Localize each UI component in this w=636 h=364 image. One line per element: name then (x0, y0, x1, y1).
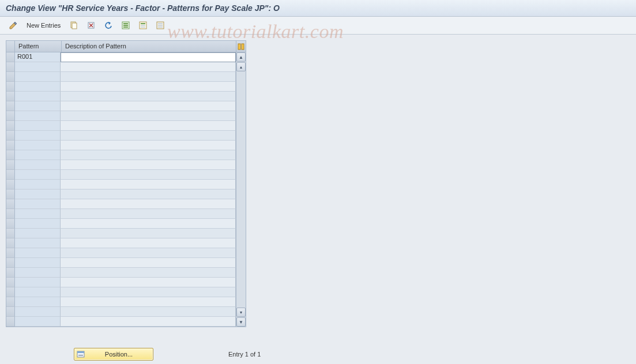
table-row[interactable] (6, 62, 236, 72)
row-selector[interactable] (6, 297, 15, 307)
cell-pattern[interactable] (15, 180, 61, 189)
copy-icon[interactable] (66, 19, 81, 32)
cell-description[interactable] (61, 131, 236, 141)
row-selector[interactable] (6, 199, 15, 209)
table-row[interactable] (6, 101, 236, 111)
column-header-description[interactable]: Description of Pattern (62, 41, 236, 52)
row-selector[interactable] (6, 248, 15, 258)
cell-description[interactable] (61, 92, 236, 101)
table-row[interactable] (6, 170, 236, 180)
cell-pattern[interactable] (15, 62, 61, 72)
table-row[interactable] (6, 189, 236, 199)
cell-pattern[interactable] (15, 101, 61, 111)
cell-pattern[interactable] (15, 82, 61, 92)
cell-pattern[interactable] (15, 307, 61, 317)
cell-description[interactable] (61, 199, 236, 209)
row-selector[interactable] (6, 317, 15, 327)
cell-description[interactable] (61, 180, 236, 189)
deselect-icon[interactable] (153, 19, 168, 32)
table-row[interactable] (6, 180, 236, 189)
scroll-down-icon[interactable]: ▼ (236, 317, 246, 327)
table-row[interactable] (6, 219, 236, 229)
table-row[interactable] (6, 248, 236, 258)
cell-description[interactable] (61, 189, 236, 199)
row-selector-header[interactable] (6, 41, 15, 52)
table-row[interactable] (6, 111, 236, 121)
select-block-icon[interactable] (136, 19, 150, 32)
cell-description[interactable] (61, 297, 236, 307)
cell-pattern[interactable] (15, 209, 61, 219)
table-row[interactable] (6, 317, 236, 327)
row-selector[interactable] (6, 160, 15, 170)
row-selector[interactable] (6, 52, 15, 62)
cell-description[interactable] (61, 238, 236, 248)
table-row[interactable] (6, 238, 236, 248)
table-row[interactable] (6, 141, 236, 150)
cell-description[interactable] (61, 268, 236, 278)
table-row[interactable] (6, 199, 236, 209)
row-selector[interactable] (6, 258, 15, 268)
delete-icon[interactable] (84, 19, 99, 32)
cell-description[interactable] (61, 209, 236, 219)
row-selector[interactable] (6, 82, 15, 92)
cell-description[interactable] (61, 229, 236, 238)
configure-columns-icon[interactable] (236, 41, 246, 52)
cell-pattern[interactable] (15, 111, 61, 121)
cell-description[interactable] (61, 258, 236, 268)
row-selector[interactable] (6, 229, 15, 238)
cell-pattern[interactable] (15, 258, 61, 268)
row-selector[interactable] (6, 268, 15, 278)
cell-description[interactable] (61, 317, 236, 327)
cell-description[interactable] (61, 160, 236, 170)
cell-pattern[interactable]: R001 (15, 52, 61, 62)
table-row[interactable] (6, 307, 236, 317)
cell-description[interactable] (61, 150, 236, 160)
table-row[interactable] (6, 121, 236, 131)
cell-description[interactable] (61, 101, 236, 111)
cell-pattern[interactable] (15, 150, 61, 160)
cell-description[interactable] (61, 219, 236, 229)
cell-pattern[interactable] (15, 141, 61, 150)
table-row[interactable] (6, 297, 236, 307)
new-entries-button[interactable]: New Entries (23, 20, 64, 31)
row-selector[interactable] (6, 101, 15, 111)
table-row[interactable] (6, 229, 236, 238)
row-selector[interactable] (6, 287, 15, 297)
row-selector[interactable] (6, 170, 15, 180)
row-selector[interactable] (6, 150, 15, 160)
cell-description[interactable] (61, 141, 236, 150)
undo-icon[interactable] (101, 19, 116, 32)
cell-pattern[interactable] (15, 248, 61, 258)
row-selector[interactable] (6, 307, 15, 317)
cell-description[interactable] (61, 52, 236, 62)
cell-description[interactable] (61, 170, 236, 180)
row-selector[interactable] (6, 209, 15, 219)
row-selector[interactable] (6, 72, 15, 82)
cell-pattern[interactable] (15, 121, 61, 131)
row-selector[interactable] (6, 111, 15, 121)
table-row[interactable] (6, 278, 236, 287)
table-row[interactable] (6, 268, 236, 278)
cell-pattern[interactable] (15, 297, 61, 307)
cell-description[interactable] (61, 278, 236, 287)
scroll-up-icon[interactable]: ▲ (236, 52, 246, 62)
change-mode-icon[interactable] (6, 19, 21, 32)
cell-description[interactable] (61, 72, 236, 82)
cell-pattern[interactable] (15, 278, 61, 287)
table-row[interactable] (6, 82, 236, 92)
cell-pattern[interactable] (15, 317, 61, 327)
row-selector[interactable] (6, 131, 15, 141)
cell-description[interactable] (61, 121, 236, 131)
cell-pattern[interactable] (15, 189, 61, 199)
row-selector[interactable] (6, 219, 15, 229)
cell-pattern[interactable] (15, 92, 61, 101)
cell-pattern[interactable] (15, 287, 61, 297)
row-selector[interactable] (6, 278, 15, 287)
table-row[interactable] (6, 287, 236, 297)
row-selector[interactable] (6, 92, 15, 101)
cell-pattern[interactable] (15, 229, 61, 238)
cell-pattern[interactable] (15, 131, 61, 141)
vertical-scrollbar[interactable]: ▲ ▴ ▾ ▼ (236, 52, 246, 327)
cell-pattern[interactable] (15, 160, 61, 170)
cell-pattern[interactable] (15, 72, 61, 82)
